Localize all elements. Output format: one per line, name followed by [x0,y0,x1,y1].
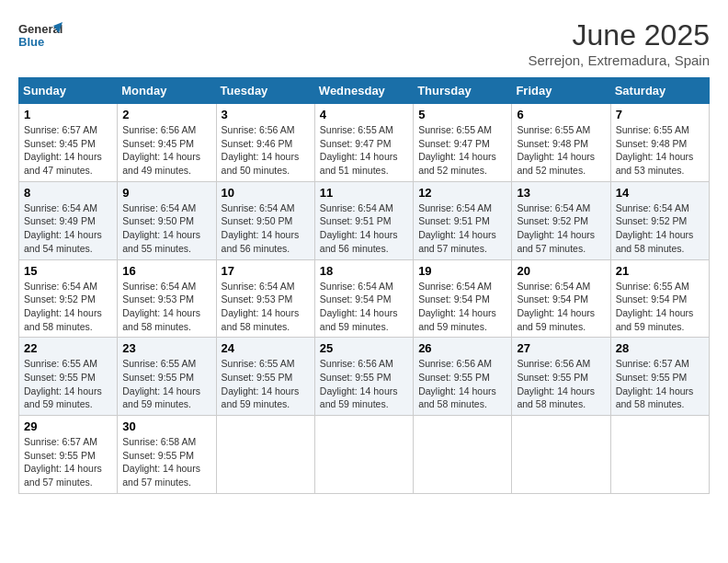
calendar-cell: 29Sunrise: 6:57 AMSunset: 9:55 PMDayligh… [19,416,118,494]
calendar-table: SundayMondayTuesdayWednesdayThursdayFrid… [18,77,710,494]
calendar-cell: 18Sunrise: 6:54 AMSunset: 9:54 PMDayligh… [314,259,413,338]
day-info: Sunrise: 6:55 AMSunset: 9:47 PMDaylight:… [320,123,408,178]
day-info: Sunrise: 6:56 AMSunset: 9:55 PMDaylight:… [320,357,408,411]
day-number: 2 [122,108,210,121]
day-info: Sunrise: 6:54 AMSunset: 9:50 PMDaylight:… [222,201,310,256]
day-info: Sunrise: 6:55 AMSunset: 9:48 PMDaylight:… [616,123,704,178]
day-number: 13 [517,186,605,200]
calendar-cell: 16Sunrise: 6:54 AMSunset: 9:53 PMDayligh… [118,259,216,338]
day-number: 15 [24,264,112,278]
calendar-cell [610,416,709,494]
calendar-cell: 12Sunrise: 6:54 AMSunset: 9:51 PMDayligh… [414,181,512,259]
day-info: Sunrise: 6:54 AMSunset: 9:50 PMDaylight:… [122,201,210,256]
calendar-week-row: 22Sunrise: 6:55 AMSunset: 9:55 PMDayligh… [19,338,710,416]
day-info: Sunrise: 6:55 AMSunset: 9:55 PMDaylight:… [122,357,210,411]
calendar-cell: 13Sunrise: 6:54 AMSunset: 9:52 PMDayligh… [512,181,610,259]
calendar-cell: 26Sunrise: 6:56 AMSunset: 9:55 PMDayligh… [414,338,512,416]
day-info: Sunrise: 6:54 AMSunset: 9:53 PMDaylight:… [122,280,210,334]
day-info: Sunrise: 6:54 AMSunset: 9:52 PMDaylight:… [24,280,112,334]
day-number: 7 [616,108,704,121]
calendar-cell [414,416,512,494]
header-monday: Monday [118,78,216,104]
day-info: Sunrise: 6:56 AMSunset: 9:55 PMDaylight:… [517,357,605,411]
day-info: Sunrise: 6:58 AMSunset: 9:55 PMDaylight:… [122,435,210,489]
day-number: 9 [122,186,210,200]
calendar-cell: 30Sunrise: 6:58 AMSunset: 9:55 PMDayligh… [118,416,216,494]
day-number: 12 [418,186,506,200]
day-info: Sunrise: 6:55 AMSunset: 9:55 PMDaylight:… [24,357,112,411]
day-info: Sunrise: 6:54 AMSunset: 9:51 PMDaylight:… [320,201,408,256]
calendar-cell: 9Sunrise: 6:54 AMSunset: 9:50 PMDaylight… [118,181,216,259]
calendar-cell: 14Sunrise: 6:54 AMSunset: 9:52 PMDayligh… [610,181,709,259]
page-header: General Blue June 2025 Serrejon, Extrema… [18,18,710,68]
calendar-cell: 11Sunrise: 6:54 AMSunset: 9:51 PMDayligh… [314,181,413,259]
day-info: Sunrise: 6:54 AMSunset: 9:52 PMDaylight:… [616,201,704,256]
day-info: Sunrise: 6:54 AMSunset: 9:54 PMDaylight:… [517,280,605,334]
day-info: Sunrise: 6:54 AMSunset: 9:49 PMDaylight:… [24,201,112,256]
calendar-cell: 25Sunrise: 6:56 AMSunset: 9:55 PMDayligh… [314,338,413,416]
title-area: June 2025 Serrejon, Extremadura, Spain [528,18,710,68]
day-number: 27 [517,341,605,355]
calendar-week-row: 8Sunrise: 6:54 AMSunset: 9:49 PMDaylight… [19,181,710,259]
day-number: 11 [320,186,408,200]
calendar-cell: 4Sunrise: 6:55 AMSunset: 9:47 PMDaylight… [314,104,413,182]
day-number: 30 [122,419,210,433]
day-number: 4 [320,108,408,121]
day-number: 17 [222,264,310,278]
calendar-cell: 22Sunrise: 6:55 AMSunset: 9:55 PMDayligh… [19,338,118,416]
calendar-cell: 19Sunrise: 6:54 AMSunset: 9:54 PMDayligh… [414,259,512,338]
day-number: 20 [517,264,605,278]
calendar-cell: 21Sunrise: 6:55 AMSunset: 9:54 PMDayligh… [610,259,709,338]
day-number: 5 [418,108,506,121]
calendar-cell: 15Sunrise: 6:54 AMSunset: 9:52 PMDayligh… [19,259,118,338]
location-subtitle: Serrejon, Extremadura, Spain [528,52,710,68]
header-sunday: Sunday [19,78,118,104]
day-info: Sunrise: 6:54 AMSunset: 9:54 PMDaylight:… [320,280,408,334]
day-info: Sunrise: 6:54 AMSunset: 9:52 PMDaylight:… [517,201,605,256]
day-info: Sunrise: 6:54 AMSunset: 9:54 PMDaylight:… [418,280,506,334]
day-number: 16 [122,264,210,278]
calendar-cell: 7Sunrise: 6:55 AMSunset: 9:48 PMDaylight… [610,104,709,182]
day-number: 3 [222,108,310,121]
day-info: Sunrise: 6:55 AMSunset: 9:47 PMDaylight:… [418,123,506,178]
day-info: Sunrise: 6:56 AMSunset: 9:45 PMDaylight:… [122,123,210,178]
day-number: 23 [122,341,210,355]
calendar-cell: 6Sunrise: 6:55 AMSunset: 9:48 PMDaylight… [512,104,610,182]
calendar-header-row: SundayMondayTuesdayWednesdayThursdayFrid… [19,78,710,104]
calendar-cell: 1Sunrise: 6:57 AMSunset: 9:45 PMDaylight… [19,104,118,182]
day-info: Sunrise: 6:56 AMSunset: 9:46 PMDaylight:… [222,123,310,178]
calendar-cell: 8Sunrise: 6:54 AMSunset: 9:49 PMDaylight… [19,181,118,259]
calendar-cell: 23Sunrise: 6:55 AMSunset: 9:55 PMDayligh… [118,338,216,416]
calendar-cell: 20Sunrise: 6:54 AMSunset: 9:54 PMDayligh… [512,259,610,338]
calendar-cell: 17Sunrise: 6:54 AMSunset: 9:53 PMDayligh… [216,259,314,338]
calendar-week-row: 29Sunrise: 6:57 AMSunset: 9:55 PMDayligh… [19,416,710,494]
calendar-cell [314,416,413,494]
day-number: 6 [517,108,605,121]
header-wednesday: Wednesday [314,78,413,104]
day-number: 26 [418,341,506,355]
day-info: Sunrise: 6:55 AMSunset: 9:54 PMDaylight:… [616,280,704,334]
day-number: 18 [320,264,408,278]
calendar-cell: 5Sunrise: 6:55 AMSunset: 9:47 PMDaylight… [414,104,512,182]
header-thursday: Thursday [414,78,512,104]
day-info: Sunrise: 6:56 AMSunset: 9:55 PMDaylight:… [418,357,506,411]
header-friday: Friday [512,78,610,104]
day-number: 28 [616,341,704,355]
day-info: Sunrise: 6:57 AMSunset: 9:45 PMDaylight:… [24,123,112,178]
logo: General Blue [18,18,63,52]
day-info: Sunrise: 6:55 AMSunset: 9:48 PMDaylight:… [517,123,605,178]
calendar-week-row: 1Sunrise: 6:57 AMSunset: 9:45 PMDaylight… [19,104,710,182]
month-title: June 2025 [528,18,710,52]
day-info: Sunrise: 6:57 AMSunset: 9:55 PMDaylight:… [24,435,112,489]
calendar-cell [512,416,610,494]
day-info: Sunrise: 6:55 AMSunset: 9:55 PMDaylight:… [222,357,310,411]
day-number: 21 [616,264,704,278]
day-info: Sunrise: 6:57 AMSunset: 9:55 PMDaylight:… [616,357,704,411]
header-tuesday: Tuesday [216,78,314,104]
svg-text:Blue: Blue [18,35,44,49]
day-number: 10 [222,186,310,200]
calendar-cell: 2Sunrise: 6:56 AMSunset: 9:45 PMDaylight… [118,104,216,182]
calendar-cell: 27Sunrise: 6:56 AMSunset: 9:55 PMDayligh… [512,338,610,416]
logo-icon: General Blue [18,18,63,52]
day-number: 22 [24,341,112,355]
